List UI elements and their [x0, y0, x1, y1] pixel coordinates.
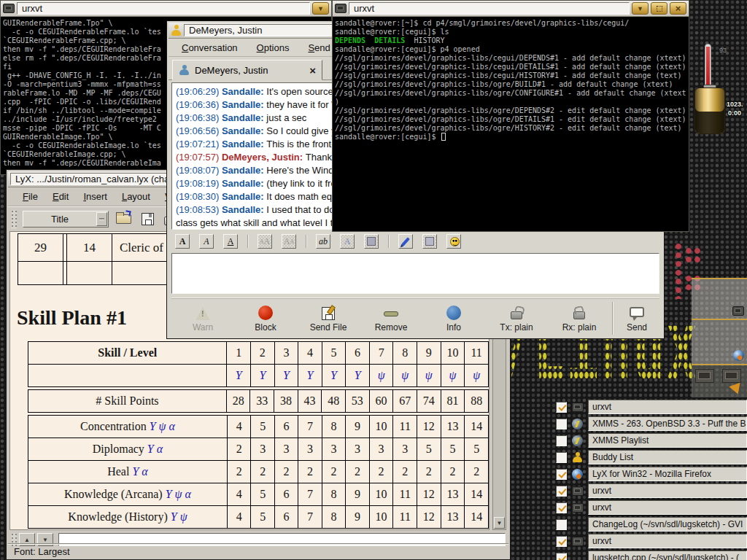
window-list-item[interactable]: urxvt	[556, 534, 747, 548]
skill-value-cell: 4	[227, 416, 250, 438]
remove-button[interactable]: Remove	[360, 304, 422, 332]
level-header-cell: 10	[441, 342, 465, 365]
window-title-field[interactable]: urxvt	[588, 400, 747, 414]
italic-icon[interactable]: A	[199, 234, 214, 249]
skill-value-cell: 5	[465, 438, 489, 461]
window-title-field[interactable]: LyX for Win32 - Mozilla Firefox	[588, 467, 747, 481]
menu-conversation[interactable]: Conversation	[174, 41, 245, 55]
tab-close-icon[interactable]: ×	[309, 64, 316, 77]
send-button[interactable]: Send	[614, 304, 659, 332]
workspace-pager[interactable]	[692, 278, 747, 397]
skill-value-cell: 2	[441, 461, 465, 483]
window-list-item[interactable]: urxvt	[556, 483, 747, 498]
pager-cell-1[interactable]	[692, 278, 747, 319]
right-terminal-window[interactable]: urxvt ▼ × sandalle@rover:[~]$ cd p4/smgl…	[332, 0, 689, 232]
window-list-item[interactable]: XMMS - 263. OpenBSD 3.3 - Puff the Ba	[556, 416, 747, 431]
window-list-item[interactable]: ChangeLog (~/svn/sdl/lugsketch) - GVI	[556, 517, 747, 532]
window-title-field[interactable]: XMMS Playlist	[588, 433, 747, 448]
window-checkbox[interactable]	[556, 502, 567, 513]
window-title-field[interactable]: Buddy List	[588, 450, 747, 464]
warn-button[interactable]: Warn	[171, 304, 234, 332]
menu-file[interactable]: File	[15, 190, 45, 203]
pager-cell-2[interactable]	[692, 319, 747, 364]
skill-value-cell: 12	[417, 506, 441, 529]
pager-cell-3[interactable]	[692, 364, 747, 397]
window-checkbox[interactable]	[556, 402, 567, 413]
skill-value-cell: 14	[465, 483, 489, 506]
font-face-icon[interactable]: ab	[316, 234, 330, 249]
skill-value-cell: 9	[346, 416, 369, 438]
toolbar-grip[interactable]	[11, 210, 17, 229]
window-checkbox[interactable]	[556, 419, 567, 429]
menu-insert[interactable]: Insert	[76, 190, 115, 203]
right-terminal-titlebar[interactable]: urxvt ▼ ×	[333, 1, 689, 17]
menu-layout[interactable]: Layout	[115, 190, 158, 203]
menu-options[interactable]: Options	[249, 41, 297, 55]
window-list-item[interactable]: urxvt	[556, 500, 747, 515]
window-title-field[interactable]: ChangeLog (~/svn/sdl/lugsketch) - GVI	[588, 517, 747, 532]
tab-label: DeMeyers, Justin	[195, 65, 268, 76]
window-title-field[interactable]: lugsketch.cpp (~/svn/sdl/lugsketch) - (	[588, 551, 747, 560]
level-symbol-cell: Υ	[322, 365, 346, 387]
conversation-tab[interactable]: DeMeyers, Justin ×	[172, 60, 322, 80]
window-title-field[interactable]: urxvt	[588, 500, 747, 515]
window-title-field[interactable]: urxvt	[588, 534, 747, 548]
window-list-item[interactable]: LyX for Win32 - Mozilla Firefox	[556, 467, 747, 481]
window-checkbox[interactable]	[556, 486, 567, 497]
skill-value-cell: 13	[441, 506, 465, 529]
window-checkbox[interactable]	[556, 452, 567, 463]
window-checkbox[interactable]	[556, 519, 567, 530]
scrollbar-down-button[interactable]: ▼	[494, 517, 505, 529]
info-button[interactable]: Info	[422, 304, 485, 332]
points-cell: 88	[465, 390, 489, 413]
insert-image-icon[interactable]	[422, 234, 437, 249]
window-list-item[interactable]: Buddy List	[556, 450, 747, 464]
button-label: Send File	[310, 322, 347, 332]
window-list-item[interactable]: lugsketch.cpp (~/svn/sdl/lugsketch) - (	[556, 551, 747, 560]
menu-edit[interactable]: Edit	[45, 190, 76, 203]
window-list-item[interactable]: urxvt	[556, 400, 747, 414]
shade-button[interactable]: ▼	[312, 2, 329, 15]
remove-icon	[384, 304, 398, 320]
window-checkbox[interactable]	[556, 435, 567, 446]
button-label: Info	[446, 322, 461, 332]
skill-value-cell: 2	[393, 461, 417, 483]
window-checkbox[interactable]	[556, 469, 567, 480]
table-cell: 29	[18, 234, 63, 262]
terminal-line: sandalle@rover:[cegui]$	[335, 133, 689, 141]
skill-row-label: Heal Υ α	[28, 461, 228, 483]
level-header-cell: 1	[227, 342, 251, 365]
window-title-field[interactable]: XMMS - 263. OpenBSD 3.3 - Puff the Ba	[588, 416, 747, 431]
left-terminal-titlebar[interactable]: urxvt ▼	[1, 1, 331, 17]
font-color-icon[interactable]: A	[340, 234, 355, 249]
insert-smiley-icon[interactable]	[446, 234, 461, 249]
tx-mode-button[interactable]: Tx: plain	[485, 304, 548, 332]
shade-button[interactable]: ▼	[632, 2, 649, 15]
window-list-item[interactable]: XMMS Playlist	[556, 433, 747, 448]
combo-drop-button[interactable]	[96, 212, 107, 226]
window-title-field[interactable]: urxvt	[588, 483, 747, 498]
insert-link-icon[interactable]	[398, 234, 413, 249]
save-document-button[interactable]	[139, 211, 157, 228]
bold-icon[interactable]: A	[175, 234, 190, 249]
xmms-icon	[571, 419, 584, 429]
block-button[interactable]: Block	[234, 304, 297, 332]
open-document-button[interactable]	[115, 211, 133, 228]
window-checkbox[interactable]	[556, 553, 567, 560]
right-terminal-output[interactable]: sandalle@rover:[~]$ cd p4/smgl/grimoires…	[333, 17, 689, 231]
skill-value-cell: 7	[298, 416, 322, 438]
font-smaller-icon[interactable]: AA	[258, 234, 272, 249]
skill-value-cell: 5	[441, 438, 465, 461]
underline-icon[interactable]: A	[223, 234, 238, 249]
window-checkbox[interactable]	[556, 536, 567, 547]
points-cell: 74	[417, 390, 441, 413]
font-larger-icon[interactable]: AA	[282, 234, 296, 249]
close-button[interactable]: ×	[670, 2, 686, 15]
maximize-button[interactable]	[651, 2, 667, 15]
skill-value-cell: 4	[227, 506, 250, 529]
background-color-icon[interactable]	[364, 234, 379, 249]
rx-mode-button[interactable]: Rx: plain	[548, 304, 611, 332]
chat-input-area[interactable]	[171, 253, 659, 294]
send-file-button[interactable]: Send File	[297, 304, 360, 332]
paragraph-style-combo[interactable]: Title	[23, 211, 109, 228]
